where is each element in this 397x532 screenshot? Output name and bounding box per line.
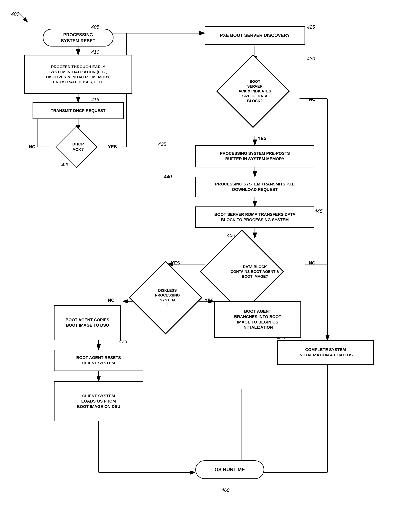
svg-line-31	[19, 13, 28, 22]
node-470: BOOT AGENTBRANCHES INTO BOOTIMAGE TO BEG…	[214, 301, 301, 338]
flowchart-diagram: 400 405 PROCESSINGSYSTEM RESET 410 PROCE…	[0, 0, 397, 532]
label-yes-450: YES	[171, 260, 180, 266]
node-460: OS RUNTIME	[195, 460, 264, 479]
node-485: CLIENT SYSTEMLOADS OS FROMBOOT IMAGE ON …	[54, 381, 143, 421]
node-455: COMPLETE SYSTEMINITIALIZATION & LOAD OS	[277, 340, 374, 365]
ref-430: 430	[307, 56, 315, 62]
label-no-450: NO	[309, 260, 316, 266]
label-no-430: NO	[309, 97, 316, 102]
node-475: BOOT AGENT COPIESBOOT IMAGE TO DSU	[54, 305, 121, 340]
label-yes-430: YES	[258, 136, 267, 141]
ref-435: 435	[158, 141, 166, 147]
ref-arrow	[17, 11, 32, 26]
ref-460: 460	[221, 487, 230, 493]
node-415: TRANSMIT DHCP REQUEST	[32, 102, 124, 119]
node-445: BOOT SERVER RDMA TRANSFERS DATABLOCK TO …	[195, 206, 314, 228]
ref-425: 425	[307, 24, 315, 30]
node-480: BOOT AGENT RESETSCLIENT SYSTEM	[54, 350, 143, 371]
node-440: PROCESSING SYSTEM TRANSMITS PXEDOWNLOAD …	[195, 177, 314, 197]
node-435: PROCESSING SYSTEM PRE-POSTSBUFFER IN SYS…	[195, 145, 314, 167]
label-yes-420: YES	[108, 144, 117, 149]
label-no-420: NO	[29, 144, 36, 149]
ref-410: 410	[91, 49, 99, 55]
node-425: PXE BOOT SERVER DISCOVERY	[205, 26, 305, 45]
label-yes-465: YES	[205, 298, 214, 303]
node-405: PROCESSINGSYSTEM RESET	[43, 29, 113, 47]
ref-440: 440	[164, 174, 172, 180]
ref-445: 445	[314, 208, 323, 214]
label-no-465: NO	[108, 298, 115, 303]
ref-415: 415	[91, 97, 99, 103]
node-410: PROCEED THROUGH EARLYSYSTEM INITIALIZATI…	[24, 55, 132, 94]
